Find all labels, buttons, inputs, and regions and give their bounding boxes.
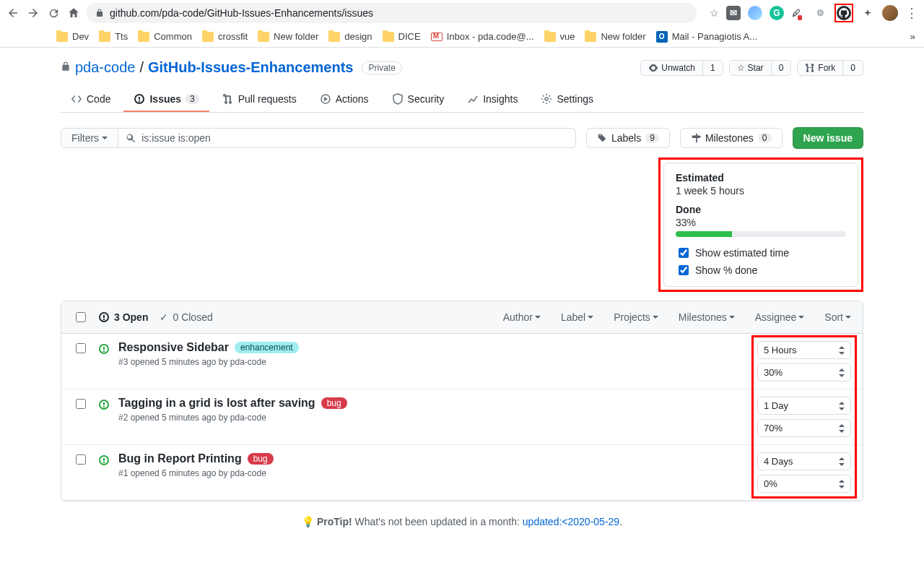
- projects-filter[interactable]: Projects: [614, 311, 658, 323]
- sort-filter[interactable]: Sort: [824, 311, 851, 323]
- issue-meta: #3 opened 5 minutes ago by pda-code: [118, 357, 757, 367]
- estimate-select[interactable]: 1 Day: [757, 397, 851, 415]
- tab-settings[interactable]: Settings: [531, 87, 603, 112]
- reload-icon[interactable]: [46, 6, 61, 20]
- grammarly-icon[interactable]: G: [770, 6, 784, 20]
- extensions-icon[interactable]: ✦: [860, 6, 875, 20]
- issue-meta: #2 opened 5 minutes ago by pda-code: [118, 413, 757, 423]
- bookmark-item[interactable]: crossfit: [202, 31, 248, 42]
- back-icon[interactable]: [6, 6, 20, 20]
- github-ext-icon[interactable]: [837, 6, 851, 20]
- bookmark-icon: O: [656, 31, 668, 43]
- label-filter[interactable]: Label: [561, 311, 593, 323]
- star-icon[interactable]: ☆: [710, 7, 719, 19]
- tab-pulls[interactable]: Pull requests: [212, 87, 307, 112]
- settings-ext-icon[interactable]: ⚙: [813, 6, 827, 20]
- lock-icon: [61, 59, 71, 76]
- bookmark-item[interactable]: DICE: [383, 31, 421, 42]
- done-select[interactable]: 70%: [757, 419, 851, 437]
- open-issues-filter[interactable]: 3 Open: [98, 311, 148, 323]
- lock-icon: [95, 8, 104, 18]
- row-checkbox[interactable]: [76, 399, 86, 409]
- row-checkbox[interactable]: [76, 454, 86, 465]
- estimate-select[interactable]: 5 Hours: [757, 341, 851, 359]
- issue-row: Responsive Sidebarenhancement #3 opened …: [61, 334, 863, 389]
- bookmark-icon: [431, 33, 443, 41]
- bookmark-item[interactable]: Tts: [99, 31, 128, 42]
- bookmark-icon: [99, 32, 110, 42]
- labels-button[interactable]: Labels9: [586, 128, 670, 148]
- bookmark-item[interactable]: vue: [544, 31, 575, 42]
- bookmark-icon: [585, 32, 596, 42]
- bookmark-item[interactable]: design: [328, 31, 372, 42]
- bookmark-icon: [544, 32, 556, 42]
- select-all-checkbox[interactable]: [76, 312, 86, 322]
- row-checkbox[interactable]: [76, 343, 86, 353]
- assignee-filter[interactable]: Assignee: [755, 311, 805, 323]
- tab-insights[interactable]: Insights: [457, 87, 528, 112]
- search-icon: [126, 133, 136, 143]
- unwatch-button[interactable]: Unwatch 1: [640, 60, 723, 76]
- milestones-filter[interactable]: Milestones: [679, 311, 735, 323]
- forward-icon[interactable]: [26, 6, 40, 20]
- bookmark-item[interactable]: Dev: [56, 31, 89, 42]
- issue-title-link[interactable]: Responsive Sidebar: [118, 341, 229, 354]
- open-issue-icon: [98, 454, 110, 493]
- ext-dropper-icon[interactable]: 🖊: [791, 6, 806, 20]
- bookmark-item[interactable]: Inbox - pda.code@...: [431, 31, 534, 42]
- show-done-checkbox[interactable]: Show % done: [676, 263, 846, 277]
- estimate-select[interactable]: 4 Days: [757, 452, 851, 470]
- issue-controls: 1 Day 70%: [757, 397, 851, 437]
- bookmark-item[interactable]: New folder: [585, 31, 645, 42]
- tag-icon: [597, 133, 607, 143]
- estimated-label: Estimated: [676, 172, 846, 184]
- issue-title-link[interactable]: Tagging in a grid is lost after saving: [118, 397, 315, 410]
- bookmark-item[interactable]: Common: [138, 31, 192, 42]
- ext-icon[interactable]: [748, 6, 762, 20]
- summary-highlight: Estimated 1 week 5 hours Done 33% Show e…: [658, 158, 863, 292]
- bookmark-icon: [56, 32, 68, 42]
- home-icon[interactable]: [66, 6, 81, 20]
- show-estimated-checkbox[interactable]: Show estimated time: [676, 246, 846, 260]
- address-bar[interactable]: github.com/pda-code/GitHub-Issues-Enhanc…: [87, 3, 697, 23]
- fork-button[interactable]: Fork 0: [797, 60, 863, 76]
- issue-meta: #1 opened 6 minutes ago by pda-code: [118, 468, 757, 478]
- slash: /: [139, 59, 144, 76]
- search-input[interactable]: is:issue is:open: [118, 128, 576, 148]
- new-issue-button[interactable]: New issue: [793, 127, 863, 149]
- protip: 💡 ProTip! What's not been updated in a m…: [61, 516, 863, 527]
- url-text: github.com/pda-code/GitHub-Issues-Enhanc…: [110, 7, 373, 19]
- bookmarks-overflow[interactable]: »: [910, 31, 915, 42]
- filters-button[interactable]: Filters: [61, 128, 118, 148]
- repo-name-link[interactable]: GitHub-Issues-Enhancements: [148, 59, 354, 76]
- bookmark-item[interactable]: OMail - Panagiotis A...: [656, 31, 758, 43]
- tab-actions[interactable]: Actions: [310, 87, 379, 112]
- issue-title-link[interactable]: Bug in Report Printing: [118, 452, 242, 465]
- protip-link[interactable]: updated:<2020-05-29: [523, 516, 619, 527]
- profile-avatar[interactable]: [882, 5, 898, 21]
- author-filter[interactable]: Author: [503, 311, 541, 323]
- tab-security[interactable]: Security: [382, 87, 455, 112]
- issue-label[interactable]: bug: [248, 453, 274, 465]
- issue-label[interactable]: enhancement: [235, 342, 299, 353]
- estimated-value: 1 week 5 hours: [676, 185, 846, 197]
- milestones-button[interactable]: Milestones0: [680, 128, 783, 148]
- chrome-menu-icon[interactable]: ⋮: [905, 5, 918, 21]
- visibility-badge: Private: [362, 61, 401, 74]
- eye-icon: [648, 63, 658, 73]
- milestone-icon: [691, 133, 701, 143]
- bookmark-icon: [138, 32, 149, 42]
- gmail-ext-icon[interactable]: ✉: [726, 6, 741, 20]
- issue-label[interactable]: bug: [321, 397, 347, 409]
- star-button[interactable]: ☆Star 0: [729, 60, 792, 76]
- bookmark-item[interactable]: New folder: [258, 31, 318, 42]
- done-select[interactable]: 30%: [757, 363, 851, 381]
- done-select[interactable]: 0%: [757, 475, 851, 493]
- bookmarks-bar: DevTtsCommoncrossfitNew folderdesignDICE…: [0, 26, 924, 48]
- repo-owner-link[interactable]: pda-code: [75, 59, 135, 76]
- issue-row: Tagging in a grid is lost after savingbu…: [61, 389, 863, 445]
- tab-code[interactable]: Code: [61, 87, 121, 112]
- closed-issues-filter[interactable]: ✓0 Closed: [160, 311, 212, 323]
- svg-point-1: [545, 98, 548, 100]
- tab-issues[interactable]: Issues3: [123, 87, 209, 112]
